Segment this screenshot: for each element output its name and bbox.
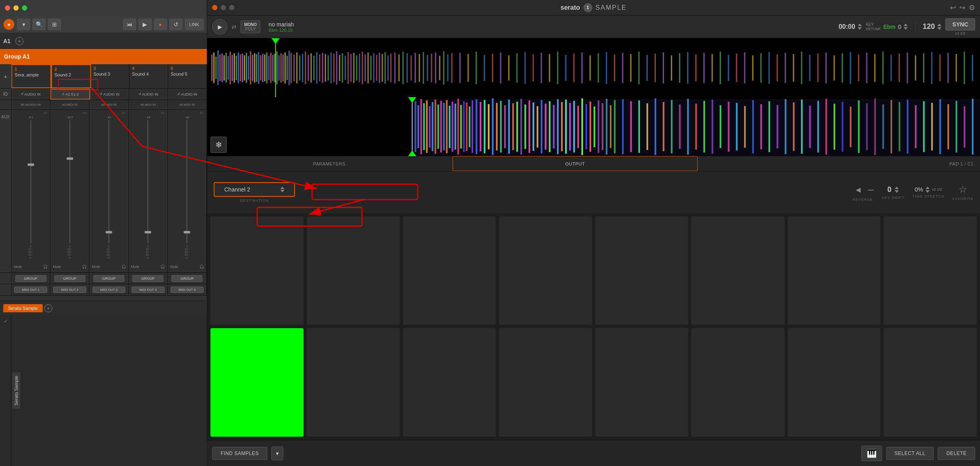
parameters-tab[interactable]: PARAMETERS <box>207 156 451 171</box>
midi-cell-2[interactable]: All MIDI IN <box>50 100 89 109</box>
channel-dropdown[interactable]: Channel 2 <box>214 182 295 197</box>
fader-col-1[interactable]: 10 - -4.1 0 10 - 20 - 30 - ∞- <box>11 110 50 261</box>
search-button[interactable]: 🔍 <box>33 19 46 30</box>
midiout-button-4[interactable]: MIDI OUT 4 <box>132 287 165 293</box>
pad-cell-1-4[interactable] <box>499 216 592 325</box>
track-col-3[interactable]: 3 Sound 3 <box>91 64 130 88</box>
mute-cell-4[interactable]: Mute 🎧 <box>129 261 168 272</box>
delete-button[interactable]: DELETE <box>938 447 975 460</box>
bpm-arrows[interactable] <box>937 24 941 30</box>
midiout-cell-2[interactable]: MIDI OUT 2 <box>50 284 89 295</box>
keyshift-arrows[interactable] <box>895 187 899 193</box>
record-arm-button[interactable]: ● <box>3 19 15 30</box>
add-track-button[interactable]: + <box>15 37 24 45</box>
fader-track-3[interactable] <box>108 120 109 243</box>
gear-icon[interactable]: ⚙ <box>969 3 975 12</box>
output-tab[interactable]: OUTPUT <box>453 156 697 171</box>
midiout-cell-1[interactable]: MIDI OUT 1 <box>11 284 50 295</box>
midi-cell-4[interactable]: All MIDI IN <box>129 100 168 109</box>
group-button-3[interactable]: GROUP <box>93 275 124 282</box>
group-button-1[interactable]: GROUP <box>15 275 46 282</box>
dropdown-button[interactable]: ▾ <box>17 19 30 30</box>
fader-col-4[interactable]: 10 - -inf 0 10 - 20 - 30 - ∞- <box>129 110 168 261</box>
midiout-cell-3[interactable]: MIDI OUT 3 <box>89 284 128 295</box>
track-col-5[interactable]: 5 Sound 5 <box>168 64 207 88</box>
track-col-2[interactable]: 2 Sound 2 <box>51 64 91 88</box>
pad-cell-1-5[interactable] <box>595 216 688 325</box>
pad-cell-2-8[interactable] <box>884 328 977 437</box>
serato-maximize-button[interactable] <box>229 5 234 10</box>
io-cell-5[interactable]: ↺ AUDIO IN <box>168 89 207 100</box>
midiout-button-1[interactable]: MIDI OUT 1 <box>14 287 47 293</box>
add-tab-button[interactable]: + <box>44 304 52 312</box>
bpm-down-arrow[interactable] <box>937 27 941 30</box>
pad-cell-1-8[interactable] <box>884 216 977 325</box>
fader-col-2[interactable]: 10 - -10.5 0 10 - 20 - 30 - ∞- <box>50 110 89 261</box>
pad-cell-2-7[interactable] <box>788 328 881 437</box>
pad-cell-2-6[interactable] <box>692 328 785 437</box>
find-samples-button[interactable]: FIND SAMPLES <box>212 447 267 460</box>
serato-minimize-button[interactable] <box>221 5 226 10</box>
mono-poly-button[interactable]: MONO POLY <box>241 20 260 33</box>
undo-icon[interactable]: ↩ <box>950 3 956 12</box>
timestretch-up-arrow[interactable] <box>926 187 930 189</box>
mixer-button[interactable]: ⊞ <box>48 19 61 30</box>
track-col-1[interactable]: 1 Sera..ample <box>11 64 51 88</box>
mute-cell-2[interactable]: Mute 🎧 <box>50 261 89 272</box>
fader-knob-2[interactable] <box>67 157 73 160</box>
play-button[interactable]: ▶ <box>139 19 152 30</box>
fader-knob-1[interactable] <box>28 163 34 166</box>
mute-cell-3[interactable]: Mute 🎧 <box>89 261 128 272</box>
fader-track-4[interactable] <box>147 120 148 243</box>
pad-cell-1-3[interactable] <box>403 216 496 325</box>
rewind-button[interactable]: ⏮ <box>123 19 136 30</box>
group-button-4[interactable]: GROUP <box>132 275 163 282</box>
fader-track-2[interactable] <box>69 120 70 243</box>
find-samples-dropdown-button[interactable]: ▾ <box>271 446 283 460</box>
pad-cell-1-1[interactable] <box>210 216 304 325</box>
key-arrows[interactable] <box>904 24 908 30</box>
channel-arrows[interactable] <box>280 187 284 192</box>
close-button[interactable] <box>5 5 10 11</box>
midi-cell-1[interactable]: All All MIDI IN <box>11 100 50 109</box>
reverse-left-arrow[interactable]: ◀ <box>852 183 865 196</box>
track-col-4[interactable]: 4 Sound 4 <box>130 64 168 88</box>
pad-cell-2-2[interactable] <box>307 328 400 437</box>
loop-button[interactable]: ↺ <box>169 19 182 30</box>
midiout-cell-5[interactable]: MIDI OUT 5 <box>168 284 207 295</box>
time-up-arrow[interactable] <box>858 24 862 26</box>
minimize-button[interactable] <box>13 5 19 11</box>
fader-col-3[interactable]: 10 - -inf 0 10 - 20 - 30 - ∞- <box>89 110 128 261</box>
midi-cell-3[interactable]: All MIDI IN <box>89 100 128 109</box>
group-button-5[interactable]: GROUP <box>171 275 202 282</box>
key-up-arrow[interactable] <box>904 24 908 26</box>
midiout-button-3[interactable]: MIDI OUT 3 <box>93 287 126 293</box>
mute-cell-5[interactable]: Mute 🎧 <box>168 261 207 272</box>
io-cell-2[interactable]: ↺ A1:S1-2 <box>50 89 91 100</box>
io-cell-4[interactable]: ↺ AUDIO IN <box>129 89 168 100</box>
redo-icon[interactable]: ↪ <box>959 3 965 12</box>
serato-sample-vert-label[interactable]: Serato Sample <box>12 372 20 409</box>
io-cell-1[interactable]: ↺ AUDIO IN <box>11 89 50 100</box>
fader-track-1[interactable] <box>30 120 31 243</box>
group-cell-1[interactable]: GROUP <box>11 273 50 284</box>
loop-icon-area[interactable]: ⇄ <box>232 24 236 30</box>
keyshift-up-arrow[interactable] <box>895 187 899 189</box>
pad-cell-1-2[interactable] <box>307 216 400 325</box>
select-all-button[interactable]: SELECT ALL <box>886 447 934 460</box>
maximize-button[interactable] <box>22 5 27 11</box>
link-button[interactable]: LINK <box>185 19 204 30</box>
fader-col-5[interactable]: 10 - -inf 0 10 - 20 - 30 - ∞- <box>168 110 207 261</box>
time-down-arrow[interactable] <box>858 27 862 30</box>
timestretch-down-arrow[interactable] <box>926 190 930 193</box>
piano-icon-button[interactable]: 🎹 <box>861 446 882 461</box>
group-button-2[interactable]: GROUP <box>54 275 85 282</box>
record-button[interactable]: ● <box>154 19 167 30</box>
timestretch-arrows[interactable] <box>926 187 930 193</box>
group-cell-5[interactable]: GROUP <box>168 273 207 284</box>
group-cell-2[interactable]: GROUP <box>50 273 89 284</box>
fader-knob-4[interactable] <box>145 231 151 233</box>
serato-close-button[interactable] <box>212 5 217 10</box>
pad-cell-2-4[interactable] <box>499 328 592 437</box>
fader-track-5[interactable] <box>186 120 187 243</box>
